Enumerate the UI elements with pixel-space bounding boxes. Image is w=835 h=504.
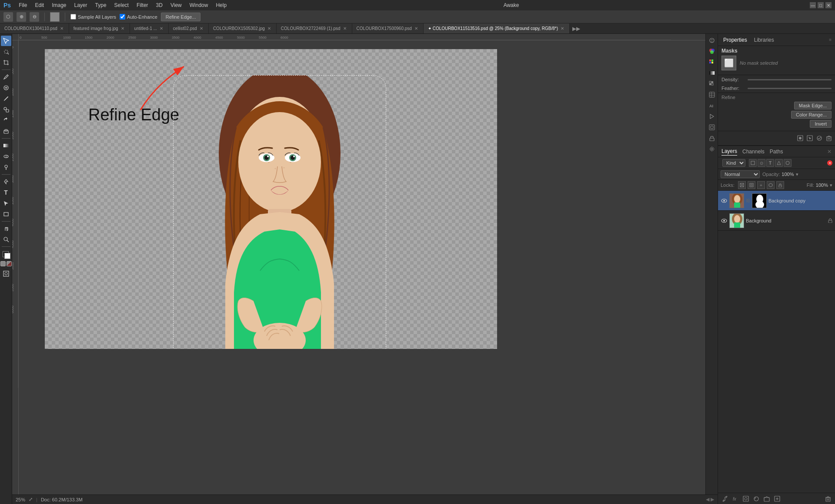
layer-item-background[interactable]: Background [718,211,835,231]
sample-all-layers-input[interactable] [70,14,76,20]
invert-button[interactable]: Invert [810,120,832,128]
panel-icon-swatches[interactable] [707,57,717,67]
lock-position-icon[interactable]: + [757,181,765,189]
tool-brush[interactable] [1,93,11,104]
layer-adjustment-icon[interactable] [752,494,761,503]
tab-close-5[interactable]: ✕ [342,26,347,31]
tool-mode-3[interactable]: ⊖ [30,12,39,22]
paths-tab[interactable]: Paths [770,148,783,156]
properties-tab[interactable]: Properties [721,37,749,43]
tool-crop[interactable] [1,57,11,68]
tab-7-active[interactable]: ✦ COLOURBOX11513516.psd @ 25% (Backgroun… [424,23,570,33]
fill-dropdown-icon[interactable]: ▾ [830,182,832,188]
lock-transparent-icon[interactable] [738,181,746,189]
tool-blur[interactable] [1,151,11,162]
opacity-dropdown-icon[interactable]: ▾ [796,172,798,177]
opacity-value[interactable]: 100% [782,172,794,177]
quick-mask-off[interactable] [0,261,6,266]
layers-panel-close[interactable]: ✕ [827,149,832,155]
menu-image[interactable]: Image [48,1,70,9]
tool-mode-2[interactable]: ⊕ [17,12,26,22]
tab-4[interactable]: COLOURBOX1505302.jpg ✕ [209,23,277,33]
menu-layer[interactable]: Layer [71,1,91,9]
tab-close-2[interactable]: ✕ [159,26,164,31]
close-button[interactable]: ✕ [825,2,832,8]
layers-tab[interactable]: Layers [721,147,737,156]
screen-mode[interactable] [1,269,11,279]
filter-kind-dropdown[interactable]: Kind [722,159,745,167]
maximize-button[interactable]: □ [818,2,824,8]
menu-help[interactable]: Help [212,1,230,9]
tab-close-1[interactable]: ✕ [120,26,125,31]
layer-visibility-background[interactable] [721,217,728,224]
mask-edge-button[interactable]: Mask Edge... [794,102,832,109]
filter-smart-icon[interactable] [784,159,792,167]
layer-link-icon[interactable] [721,494,729,503]
panel-icon-hand[interactable] [707,123,717,132]
tab-5[interactable]: COLOURBOX2722469 (1).psd ✕ [277,23,352,33]
layers-filter-active-indicator[interactable]: ✕ [827,160,832,166]
tab-3[interactable]: cellist02.psd ✕ [169,23,209,33]
layer-visibility-background-copy[interactable] [721,197,728,204]
layer-delete-icon[interactable] [824,494,832,503]
layer-add-mask-icon[interactable] [741,494,750,503]
filter-adjustment-icon[interactable]: ⊙ [758,159,765,167]
layer-new-icon[interactable] [773,494,782,503]
add-vector-mask-icon[interactable] [805,134,814,143]
feather-slider[interactable] [748,88,832,89]
tool-path-select[interactable] [1,198,11,209]
filter-pixel-icon[interactable] [749,159,757,167]
lock-all-icon[interactable] [776,181,784,189]
tool-zoom[interactable] [1,234,11,245]
quick-mask-on[interactable] [7,261,12,266]
tab-0[interactable]: COLOURBOX1304110.psd ✕ [0,23,69,33]
panel-icon-color[interactable] [707,46,717,56]
color-swatch[interactable] [50,12,60,22]
panel-icon-properties[interactable] [707,36,717,45]
tool-history-brush[interactable] [1,115,11,126]
tool-rectangle[interactable] [1,209,11,219]
tab-close-3[interactable]: ✕ [199,26,204,31]
layer-fx-icon[interactable]: fx [731,494,740,503]
tool-heal[interactable] [1,83,11,93]
tool-mode-1[interactable]: ⬡ [3,12,13,22]
menu-3d[interactable]: 3D [153,1,166,9]
panel-icon-play[interactable] [707,112,717,121]
canvas-scroll[interactable]: Refine Edge [19,40,718,494]
tab-close-4[interactable]: ✕ [267,26,272,31]
add-pixel-mask-icon[interactable] [796,134,805,143]
color-range-button[interactable]: Color Range... [791,111,832,119]
menu-file[interactable]: File [15,1,30,9]
tool-eraser[interactable] [1,126,11,136]
zoom-fit-icon[interactable]: ⤢ [29,497,33,502]
tool-text[interactable]: T [1,187,11,198]
lock-image-icon[interactable] [748,181,755,189]
blend-mode-dropdown[interactable]: Normal [721,170,760,178]
panel-icon-gradient[interactable] [707,68,717,78]
color-swatches[interactable] [1,250,11,260]
refine-edge-button[interactable]: Refine Edge... [161,13,201,21]
sample-all-layers-checkbox[interactable]: Sample All Layers [70,14,116,20]
tool-hand[interactable] [1,223,11,234]
layer-group-icon[interactable] [762,494,771,503]
menu-edit[interactable]: Edit [31,1,47,9]
canvas-document[interactable]: Refine Edge [45,49,497,349]
tab-1[interactable]: featured image frog.jpg ✕ [69,23,130,33]
menu-filter[interactable]: Filter [133,1,152,9]
layer-item-background-copy[interactable]: ⛓ Background copy [718,191,835,211]
tool-gradient[interactable] [1,140,11,151]
apply-mask-icon[interactable] [815,134,824,143]
tool-eyedropper[interactable] [1,72,11,82]
channels-tab[interactable]: Channels [742,148,765,156]
panel-icon-patterns[interactable] [707,79,717,89]
tab-overflow-button[interactable]: ▶▶ [570,23,583,33]
tab-2[interactable]: untitled-1 ... ✕ [130,23,169,33]
panel-icon-ai[interactable]: AI [707,101,717,110]
menu-type[interactable]: Type [92,1,110,9]
menu-window[interactable]: Window [186,1,212,9]
auto-enhance-input[interactable] [120,14,125,20]
minimize-button[interactable]: — [810,2,816,8]
menu-select[interactable]: Select [111,1,132,9]
properties-menu-icon[interactable]: ≡ [829,37,832,42]
auto-enhance-checkbox[interactable]: Auto-Enhance [120,14,157,20]
